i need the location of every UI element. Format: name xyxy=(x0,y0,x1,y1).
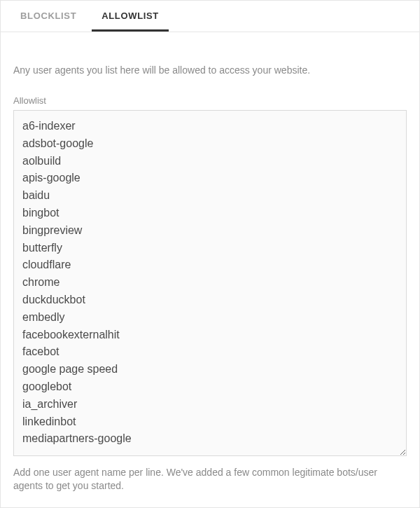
panel-body: Any user agents you list here will be al… xyxy=(1,32,419,507)
allowlist-panel: BLOCKLIST ALLOWLIST Any user agents you … xyxy=(0,0,420,508)
tab-allowlist[interactable]: ALLOWLIST xyxy=(92,1,169,32)
allowlist-field-label: Allowlist xyxy=(13,95,407,106)
panel-description: Any user agents you list here will be al… xyxy=(13,64,407,76)
tab-bar: BLOCKLIST ALLOWLIST xyxy=(1,1,419,32)
tab-blocklist[interactable]: BLOCKLIST xyxy=(10,1,86,32)
allowlist-textarea[interactable] xyxy=(13,110,407,456)
panel-hint: Add one user agent name per line. We've … xyxy=(13,466,407,493)
